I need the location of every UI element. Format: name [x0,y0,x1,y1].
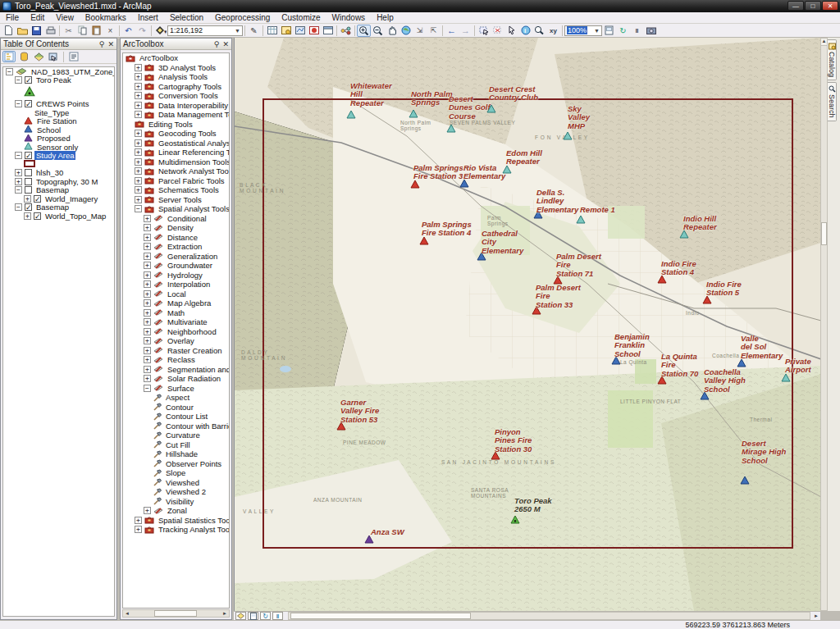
pause-draw-button[interactable]: ‖ [630,25,644,37]
toc-item-world-imagery[interactable]: +✓World_Imagery [3,194,114,203]
map-marker-whitewater-hill-repeater[interactable] [346,107,356,116]
toolbox-item-contour-list[interactable]: Contour List [123,412,229,422]
layer-checkbox[interactable]: ✓ [34,212,41,220]
layer-checkbox[interactable]: ✓ [25,76,32,84]
expand-icon[interactable]: + [144,253,151,260]
toolbox-item-data-interoperability-tools[interactable]: +Data Interoperability Tools [123,101,229,111]
arccatalog-button[interactable] [307,25,321,37]
toolbox-item-editing-tools[interactable]: Editing Tools [123,120,229,130]
list-by-drawing-order-button[interactable] [2,51,16,62]
add-shapefile-button[interactable] [293,25,307,37]
toolbox-item-geostatistical-analyst-tools[interactable]: +Geostatistical Analyst Tools [123,139,229,148]
expand-icon[interactable]: + [135,158,142,166]
toc-item-proposed[interactable]: Proposed [3,134,114,144]
list-by-visibility-button[interactable] [32,51,45,62]
expand-icon[interactable]: + [144,337,151,344]
expand-icon[interactable]: + [24,212,31,220]
menu-geoprocessing[interactable]: Geoprocessing [209,13,276,22]
toolbox-item-cut-fill[interactable]: Cut Fill [123,440,229,450]
toolbox-item-groundwater[interactable]: +Groundwater [123,261,229,271]
toolbox-item-aspect[interactable]: Aspect [123,393,229,403]
redo-button[interactable]: ↷ [135,25,149,37]
menu-insert[interactable]: Insert [132,13,164,22]
expand-icon[interactable]: + [15,169,22,176]
layer-checkbox[interactable] [25,178,32,185]
close-icon[interactable]: ✕ [222,40,229,48]
map-marker-desert-dunes-golf-course[interactable] [446,121,456,130]
toolbox-item-curvature[interactable]: Curvature [123,431,229,440]
collapse-icon[interactable]: − [15,100,22,107]
expand-icon[interactable]: + [144,224,151,231]
toc-item-fire-station[interactable]: Fire Station [3,117,114,126]
data-view-button[interactable] [235,612,246,620]
map-marker-toro-peak-2650-m[interactable] [510,513,520,522]
expand-icon[interactable]: + [135,111,142,118]
toolbox-item-parcel-fabric-tools[interactable]: +Parcel Fabric Tools [123,176,229,186]
identify-button[interactable]: i [518,25,532,37]
collapse-icon[interactable]: − [15,152,22,159]
layout-view-button[interactable] [248,612,258,620]
snapshot-button[interactable] [644,25,658,37]
pan-hand-button[interactable] [385,25,399,37]
toolbox-item-contour-with-barriers[interactable]: Contour with Barriers [123,422,229,431]
expand-icon[interactable]: + [24,195,31,203]
layer-checkbox[interactable]: ✓ [34,195,41,203]
close-button[interactable]: ✕ [822,1,838,11]
list-by-selection-button[interactable] [47,51,60,62]
expand-icon[interactable]: + [144,375,151,382]
expand-icon[interactable]: + [144,366,151,373]
toc-item-world-topo-map[interactable]: +✓World_Topo_Map [3,212,114,221]
collapse-icon[interactable]: − [15,76,22,84]
scroll-right-arrow-icon[interactable]: ► [812,613,820,618]
toc-item-symbol[interactable] [3,160,114,169]
model-button[interactable] [339,25,353,37]
toolbox-item-hydrology[interactable]: +Hydrology [123,271,229,280]
toolbox-item-schematics-tools[interactable]: +Schematics Tools [123,185,229,195]
toolbox-item-overlay[interactable]: +Overlay [123,336,229,346]
add-basemap-button[interactable] [279,25,293,37]
toolbox-item-reclass[interactable]: +Reclass [123,355,229,365]
copy-button[interactable] [75,25,89,37]
toc-item-symbol[interactable] [3,88,114,97]
cut-button[interactable]: ✂ [62,25,75,37]
select-features-button[interactable] [477,25,491,37]
menu-view[interactable]: View [50,13,80,22]
toolbox-item-cartography-tools[interactable]: +Cartography Tools [123,82,229,92]
toolbox-item-server-tools[interactable]: +Server Tools [123,195,229,205]
expand-icon[interactable]: + [144,243,151,250]
expand-icon[interactable]: + [144,318,151,326]
toc-item-nad-1983-utm-zone-11n[interactable]: −NAD_1983_UTM_Zone_11N [3,67,114,76]
expand-icon[interactable]: + [144,328,151,335]
map-scale-combo[interactable]: 1:216,192▼ [167,25,243,36]
expand-icon[interactable]: + [135,83,142,90]
editor-pencil-button[interactable]: ✎ [247,25,261,37]
expand-icon[interactable]: + [144,347,151,354]
arctoolbox-hscrollbar[interactable]: ◄► [122,609,230,618]
expand-icon[interactable]: + [144,356,151,363]
toolbox-item-density[interactable]: +Density [123,223,229,233]
table-button[interactable] [265,25,279,37]
toc-item-school[interactable]: School [3,125,114,134]
expand-icon[interactable]: + [15,178,22,185]
pause-button[interactable]: ‖ [272,612,283,620]
layer-checkbox[interactable] [25,186,32,194]
scrollbar-thumb[interactable] [290,613,471,619]
menu-file[interactable]: File [0,13,25,22]
toolbox-item-map-algebra[interactable]: +Map Algebra [123,299,229,308]
toolbox-item-solar-radiation[interactable]: +Solar Radiation [123,374,229,384]
collapse-icon[interactable]: − [144,385,151,392]
toolbox-item-zonal[interactable]: +Zonal [123,506,229,516]
expand-icon[interactable]: + [135,130,142,137]
toolbox-item-viewshed[interactable]: Viewshed [123,478,229,488]
map-vertical-scrollbar[interactable]: ▲ [820,38,828,611]
expand-icon[interactable]: + [144,280,151,288]
zoom-in-button[interactable] [357,25,371,37]
toolbox-item-geocoding-tools[interactable]: +Geocoding Tools [123,129,229,139]
expand-icon[interactable]: + [144,215,151,222]
toolbox-item-visibility[interactable]: Visibility [123,497,229,507]
expand-icon[interactable]: + [144,290,151,298]
toolbox-item-slope[interactable]: Slope [123,468,229,478]
refresh-layout-button[interactable]: ↻ [616,25,630,37]
toolbox-item-linear-referencing-tools[interactable]: +Linear Referencing Tools [123,148,229,157]
menu-customize[interactable]: Customize [276,13,326,22]
